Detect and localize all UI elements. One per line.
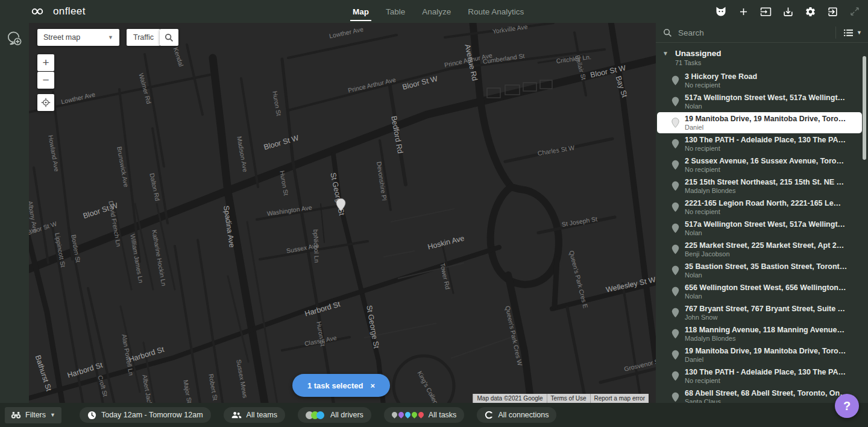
task-list-item[interactable]: 130 The PATH - Adelaide Place, 130 The P… (656, 365, 868, 387)
driver-color-dots (306, 411, 322, 419)
close-icon[interactable]: × (370, 381, 375, 390)
task-list-item[interactable]: 215 15th Street Northeast, 215 15th St. … (656, 176, 868, 197)
task-list-item[interactable]: 2221-165 Legion Road North, 2221-165 Le…… (656, 197, 868, 218)
list-view-toggle[interactable]: ▼ (835, 27, 868, 39)
locate-button[interactable] (37, 94, 54, 111)
task-pin-icon (671, 308, 679, 318)
teams-filter[interactable]: All teams (224, 407, 285, 423)
tasks-filter[interactable]: All tasks (384, 407, 465, 423)
chat-icon[interactable] (5, 30, 23, 50)
help-button[interactable]: ? (835, 394, 859, 418)
task-title: 656 Wellington Street West, 656 Wellingt… (685, 283, 860, 292)
task-pin-icon (671, 392, 679, 402)
task-recipient: Benji Jacobson (685, 250, 860, 258)
task-recipient: John Snow (685, 314, 860, 321)
nav-tab[interactable]: Map (353, 0, 369, 23)
chevron-down-icon: ▼ (108, 34, 113, 40)
task-recipient: Madalyn Blondes (685, 335, 860, 342)
settings-icon[interactable] (803, 4, 817, 19)
task-title: 130 The PATH - Adelaide Place, 130 The P… (685, 368, 860, 376)
onfleet-dashboard: onfleet Map Table Analyze Route Analytic… (0, 0, 868, 427)
nav-tab[interactable]: Route Analytics (468, 0, 524, 23)
selected-task-map-pin[interactable] (336, 198, 346, 214)
binoculars-icon (11, 411, 21, 419)
attribution-link[interactable]: Report a map error (590, 394, 649, 403)
sidebar-search-bar: ▼ (656, 23, 868, 43)
infinity-icon (28, 5, 47, 18)
task-list-item[interactable]: 2 Sussex Avenue, 16 Sussex Avenue, Toro…… (656, 154, 868, 176)
nav-tab[interactable]: Table (386, 0, 405, 23)
task-recipient: No recipient (685, 81, 860, 89)
task-list-item[interactable]: 19 Manitoba Drive, 19 Manitoba Drive, To… (656, 344, 868, 365)
task-list-item[interactable]: 225 Market Street, 225 Market Street, Ap… (656, 239, 868, 260)
dispatch-icon[interactable] (714, 4, 728, 19)
task-list-item[interactable]: 656 Wellington Street West, 656 Wellingt… (656, 281, 868, 302)
map-search-button[interactable] (160, 29, 178, 46)
task-list-item[interactable]: 130 The PATH - Adelaide Place, 130 The P… (656, 133, 868, 154)
drivers-filter[interactable]: All drivers (298, 407, 371, 423)
date-range-filter[interactable]: Today 12am - Tomorrow 12am (80, 407, 211, 423)
zoom-out-button[interactable]: − (37, 72, 54, 89)
import-icon[interactable] (758, 4, 773, 19)
task-list-item[interactable]: 517a Wellington Street West, 517a Wellin… (656, 91, 868, 112)
search-input[interactable] (678, 28, 835, 37)
task-recipient: Madalyn Blondes (685, 187, 860, 194)
traffic-button[interactable]: Traffic (127, 29, 160, 46)
group-title: Unassigned (675, 49, 868, 58)
top-bar: onfleet Map Table Analyze Route Analytic… (0, 0, 868, 23)
nav-tab[interactable]: Analyze (422, 0, 451, 23)
map-attribution: Map data ©2021 Google Terms of Use Repor… (473, 394, 649, 403)
map-canvas[interactable]: Lowther Ave Lowther Ave Prince Arthur Av… (29, 23, 656, 427)
attribution-link[interactable]: Terms of Use (547, 394, 590, 403)
logout-icon[interactable] (825, 4, 840, 19)
export-icon[interactable] (781, 4, 795, 19)
connections-icon (485, 411, 493, 419)
task-list-item[interactable]: 3 Hickory Tree Road No recipient (656, 70, 868, 91)
connections-filter[interactable]: All connections (477, 407, 556, 423)
task-title: 225 Market Street, 225 Market Street, Ap… (685, 241, 860, 250)
task-title: 19 Manitoba Drive, 19 Manitoba Drive, To… (685, 347, 860, 355)
zoom-in-button[interactable]: + (37, 54, 54, 71)
sidebar-scrollbar[interactable] (863, 56, 866, 160)
add-task-icon[interactable] (736, 4, 750, 19)
teams-icon (231, 411, 242, 419)
group-header-unassigned[interactable]: ▼ Unassigned 71 Tasks (656, 43, 868, 70)
question-mark: ? (843, 399, 851, 413)
task-pin-icon (671, 329, 679, 339)
task-pin-icon (671, 265, 679, 276)
task-recipient: Daniel (685, 356, 860, 363)
task-list-item[interactable]: 517a Wellington Street West, 517a Wellin… (656, 218, 868, 239)
street-label: bpNichol Ln (312, 229, 321, 263)
task-pin-icon (671, 244, 679, 255)
search-icon (663, 28, 672, 37)
clock-icon (87, 411, 96, 420)
list-icon (843, 28, 854, 37)
task-list: 3 Hickory Tree Road No recipient 517a We… (656, 70, 868, 408)
filter-pills: Today 12am - Tomorrow 12am All teams All… (80, 407, 557, 423)
task-pin-icon (671, 350, 679, 360)
task-title: 19 Manitoba Drive, 19 Manitoba Drive, To… (685, 115, 854, 123)
task-pin-icon (671, 75, 679, 86)
task-title: 68 Abell Street, 68 Abell Street, Toront… (685, 389, 860, 397)
task-recipient: Nolan (685, 229, 860, 236)
chevron-down-icon: ▼ (857, 30, 862, 36)
task-list-item[interactable]: 19 Manitoba Drive, 19 Manitoba Drive, To… (657, 112, 862, 133)
selection-banner[interactable]: 1 task selected × (292, 374, 390, 397)
task-color-pins (392, 413, 424, 417)
task-recipient: Nolan (685, 271, 860, 279)
task-recipient: Daniel (685, 124, 854, 131)
onfleet-logo[interactable]: onfleet (28, 5, 86, 18)
task-title: 2 Sussex Avenue, 16 Sussex Avenue, Toro… (685, 157, 860, 165)
brand-name: onfleet (53, 5, 86, 17)
task-list-item[interactable]: 118 Manning Avenue, 118 Manning Avenue… … (656, 323, 868, 344)
filters-label: Filters (25, 411, 46, 419)
task-list-item[interactable]: 767 Bryant Street, 767 Bryant Street, Su… (656, 302, 868, 323)
filters-button[interactable]: Filters ▼ (5, 407, 61, 423)
attribution-link[interactable]: Map data ©2021 Google (473, 394, 546, 403)
task-pin-swatch (417, 411, 425, 419)
expand-icon[interactable] (848, 4, 862, 19)
task-title: 767 Bryant Street, 767 Bryant Street, Su… (685, 305, 860, 313)
task-recipient: No recipient (685, 145, 860, 152)
task-list-item[interactable]: 35 Bastion Street, 35 Bastion Street, To… (656, 260, 868, 281)
map-type-select[interactable]: Street map ▼ (37, 29, 119, 46)
